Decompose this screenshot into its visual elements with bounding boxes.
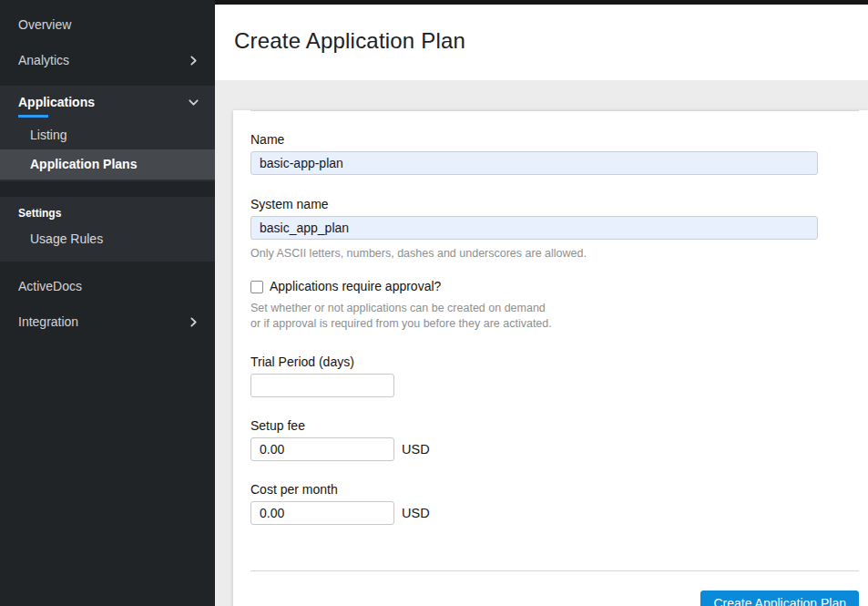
sidebar-item-label: Analytics: [18, 53, 69, 68]
content-area: Name System name Only ASCII letters, num…: [215, 93, 868, 606]
approval-help-line1: Set whether or not applications can be c…: [250, 301, 859, 316]
page-header: Create Application Plan: [215, 5, 868, 80]
cost-per-month-field-group: Cost per month USD: [250, 482, 859, 525]
form-actions: Create Application Plan: [250, 591, 859, 606]
system-name-help: Only ASCII letters, numbers, dashes and …: [250, 246, 859, 262]
name-field-group: Name: [250, 132, 859, 175]
sidebar-group-applications: Applications Listing Application Plans: [0, 86, 215, 181]
sidebar-item-label: Application Plans: [30, 157, 137, 171]
chevron-right-icon: [189, 56, 199, 66]
sidebar-item-listing[interactable]: Listing: [0, 121, 215, 149]
sidebar-item-label: Integration: [18, 314, 78, 330]
sidebar-item-analytics[interactable]: Analytics: [0, 43, 215, 78]
setup-fee-input[interactable]: [250, 437, 394, 461]
sidebar-group-gap: [0, 181, 215, 197]
setup-fee-row: USD: [250, 437, 859, 461]
setup-fee-field-group: Setup fee USD: [250, 418, 859, 461]
cost-per-month-input[interactable]: [250, 501, 394, 525]
cost-per-month-row: USD: [250, 501, 859, 525]
setup-fee-label: Setup fee: [250, 418, 859, 434]
create-application-plan-button[interactable]: Create Application Plan: [700, 591, 859, 606]
sidebar-section-settings: Settings: [0, 207, 215, 225]
sidebar-item-overview[interactable]: Overview: [0, 8, 215, 43]
system-name-label: System name: [250, 197, 859, 212]
cost-per-month-label: Cost per month: [250, 482, 859, 498]
name-label: Name: [250, 132, 859, 148]
approval-field-group: Applications require approval? Set wheth…: [250, 279, 859, 332]
sidebar-item-label: ActiveDocs: [18, 279, 82, 294]
sidebar-item-label: Usage Rules: [30, 231, 103, 246]
chevron-right-icon: [189, 317, 199, 327]
chevron-down-icon: [189, 98, 199, 108]
sidebar-item-application-plans[interactable]: Application Plans: [0, 149, 215, 180]
approval-row: Applications require approval?: [250, 279, 859, 294]
sidebar-item-activedocs[interactable]: ActiveDocs: [0, 269, 215, 304]
sidebar-group-settings: Settings Usage Rules: [0, 197, 215, 262]
divider: [250, 570, 859, 571]
approval-checkbox[interactable]: [250, 281, 263, 293]
header-separator-band: [215, 80, 868, 93]
form-card: Name System name Only ASCII letters, num…: [233, 110, 868, 606]
approval-label[interactable]: Applications require approval?: [270, 279, 441, 294]
divider: [250, 110, 859, 111]
cost-per-month-currency-label: USD: [402, 506, 430, 520]
sidebar-item-label: Applications: [18, 95, 95, 109]
trial-period-field-group: Trial Period (days): [250, 354, 859, 397]
approval-help-line2: or if approval is required from you befo…: [250, 316, 859, 332]
system-name-field-group: System name Only ASCII letters, numbers,…: [250, 197, 859, 262]
trial-period-label: Trial Period (days): [250, 354, 859, 370]
sidebar: Overview Analytics Applications Listing …: [0, 0, 215, 606]
sidebar-item-usage-rules[interactable]: Usage Rules: [0, 225, 215, 253]
main-area: Create Application Plan Name System name…: [215, 0, 868, 606]
sidebar-item-label: Listing: [30, 128, 66, 142]
trial-period-input[interactable]: [250, 374, 394, 397]
sidebar-item-applications[interactable]: Applications: [0, 86, 215, 109]
application-plan-form: Name System name Only ASCII letters, num…: [250, 132, 859, 606]
name-input[interactable]: [250, 151, 818, 175]
page-title: Create Application Plan: [234, 28, 868, 54]
sidebar-item-label: Overview: [18, 17, 71, 33]
setup-fee-currency-label: USD: [402, 442, 430, 457]
active-section-indicator: [18, 115, 48, 118]
sidebar-item-integration[interactable]: Integration: [0, 304, 215, 340]
system-name-input[interactable]: [250, 216, 818, 240]
